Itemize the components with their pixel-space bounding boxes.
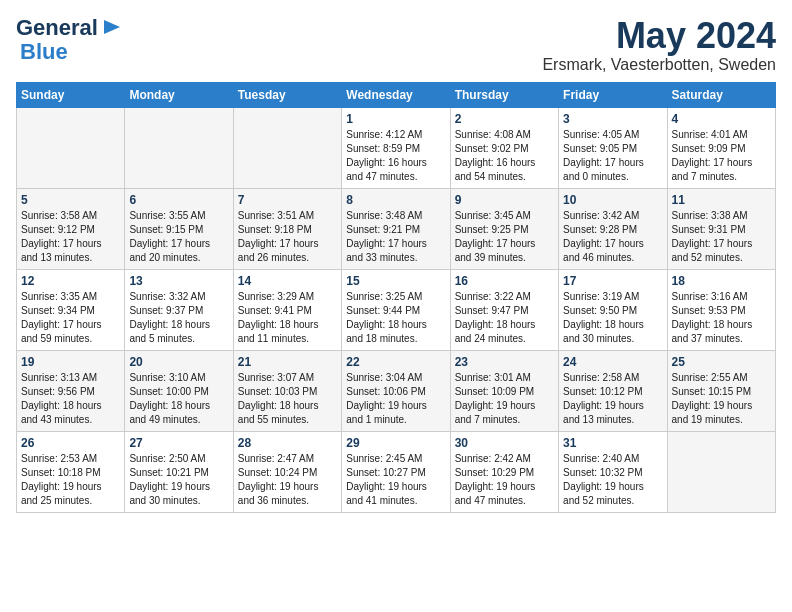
calendar-cell: 24Sunrise: 2:58 AM Sunset: 10:12 PM Dayl… <box>559 350 667 431</box>
calendar-table: SundayMondayTuesdayWednesdayThursdayFrid… <box>16 82 776 513</box>
day-info: Sunrise: 2:47 AM Sunset: 10:24 PM Daylig… <box>238 452 337 508</box>
day-info: Sunrise: 3:13 AM Sunset: 9:56 PM Dayligh… <box>21 371 120 427</box>
day-number: 3 <box>563 112 662 126</box>
day-info: Sunrise: 2:55 AM Sunset: 10:15 PM Daylig… <box>672 371 771 427</box>
calendar-cell: 28Sunrise: 2:47 AM Sunset: 10:24 PM Dayl… <box>233 431 341 512</box>
day-number: 9 <box>455 193 554 207</box>
day-info: Sunrise: 3:38 AM Sunset: 9:31 PM Dayligh… <box>672 209 771 265</box>
page-header: General Blue May 2024 Ersmark, Vaesterbo… <box>16 16 776 74</box>
calendar-cell: 10Sunrise: 3:42 AM Sunset: 9:28 PM Dayli… <box>559 188 667 269</box>
day-info: Sunrise: 3:45 AM Sunset: 9:25 PM Dayligh… <box>455 209 554 265</box>
day-number: 6 <box>129 193 228 207</box>
day-number: 17 <box>563 274 662 288</box>
day-number: 11 <box>672 193 771 207</box>
day-info: Sunrise: 3:29 AM Sunset: 9:41 PM Dayligh… <box>238 290 337 346</box>
day-number: 24 <box>563 355 662 369</box>
svg-marker-0 <box>104 20 120 34</box>
weekday-header: Friday <box>559 82 667 107</box>
weekday-header: Sunday <box>17 82 125 107</box>
calendar-cell: 9Sunrise: 3:45 AM Sunset: 9:25 PM Daylig… <box>450 188 558 269</box>
day-number: 18 <box>672 274 771 288</box>
day-info: Sunrise: 2:50 AM Sunset: 10:21 PM Daylig… <box>129 452 228 508</box>
calendar-cell: 11Sunrise: 3:38 AM Sunset: 9:31 PM Dayli… <box>667 188 775 269</box>
page-subtitle: Ersmark, Vaesterbotten, Sweden <box>542 56 776 74</box>
calendar-cell: 21Sunrise: 3:07 AM Sunset: 10:03 PM Dayl… <box>233 350 341 431</box>
day-number: 22 <box>346 355 445 369</box>
day-info: Sunrise: 3:32 AM Sunset: 9:37 PM Dayligh… <box>129 290 228 346</box>
day-info: Sunrise: 3:22 AM Sunset: 9:47 PM Dayligh… <box>455 290 554 346</box>
day-number: 1 <box>346 112 445 126</box>
day-number: 5 <box>21 193 120 207</box>
day-number: 2 <box>455 112 554 126</box>
calendar-cell: 19Sunrise: 3:13 AM Sunset: 9:56 PM Dayli… <box>17 350 125 431</box>
day-number: 25 <box>672 355 771 369</box>
day-number: 14 <box>238 274 337 288</box>
logo-icon <box>100 16 122 38</box>
day-number: 27 <box>129 436 228 450</box>
calendar-cell: 31Sunrise: 2:40 AM Sunset: 10:32 PM Dayl… <box>559 431 667 512</box>
day-number: 31 <box>563 436 662 450</box>
calendar-cell: 7Sunrise: 3:51 AM Sunset: 9:18 PM Daylig… <box>233 188 341 269</box>
calendar-week-row: 26Sunrise: 2:53 AM Sunset: 10:18 PM Dayl… <box>17 431 776 512</box>
day-info: Sunrise: 2:45 AM Sunset: 10:27 PM Daylig… <box>346 452 445 508</box>
day-info: Sunrise: 3:07 AM Sunset: 10:03 PM Daylig… <box>238 371 337 427</box>
day-info: Sunrise: 3:58 AM Sunset: 9:12 PM Dayligh… <box>21 209 120 265</box>
weekday-header: Saturday <box>667 82 775 107</box>
day-number: 15 <box>346 274 445 288</box>
calendar-cell: 30Sunrise: 2:42 AM Sunset: 10:29 PM Dayl… <box>450 431 558 512</box>
weekday-header-row: SundayMondayTuesdayWednesdayThursdayFrid… <box>17 82 776 107</box>
calendar-week-row: 5Sunrise: 3:58 AM Sunset: 9:12 PM Daylig… <box>17 188 776 269</box>
calendar-cell: 15Sunrise: 3:25 AM Sunset: 9:44 PM Dayli… <box>342 269 450 350</box>
calendar-cell: 29Sunrise: 2:45 AM Sunset: 10:27 PM Dayl… <box>342 431 450 512</box>
calendar-cell: 27Sunrise: 2:50 AM Sunset: 10:21 PM Dayl… <box>125 431 233 512</box>
calendar-cell <box>233 107 341 188</box>
day-number: 8 <box>346 193 445 207</box>
calendar-cell: 3Sunrise: 4:05 AM Sunset: 9:05 PM Daylig… <box>559 107 667 188</box>
calendar-cell: 23Sunrise: 3:01 AM Sunset: 10:09 PM Dayl… <box>450 350 558 431</box>
day-number: 10 <box>563 193 662 207</box>
day-info: Sunrise: 3:35 AM Sunset: 9:34 PM Dayligh… <box>21 290 120 346</box>
weekday-header: Wednesday <box>342 82 450 107</box>
calendar-cell: 25Sunrise: 2:55 AM Sunset: 10:15 PM Dayl… <box>667 350 775 431</box>
calendar-cell <box>17 107 125 188</box>
day-info: Sunrise: 3:10 AM Sunset: 10:00 PM Daylig… <box>129 371 228 427</box>
calendar-cell <box>125 107 233 188</box>
calendar-cell: 6Sunrise: 3:55 AM Sunset: 9:15 PM Daylig… <box>125 188 233 269</box>
day-number: 28 <box>238 436 337 450</box>
calendar-cell: 8Sunrise: 3:48 AM Sunset: 9:21 PM Daylig… <box>342 188 450 269</box>
page-title: May 2024 <box>542 16 776 56</box>
logo-text: General <box>16 16 98 40</box>
day-info: Sunrise: 3:04 AM Sunset: 10:06 PM Daylig… <box>346 371 445 427</box>
day-number: 26 <box>21 436 120 450</box>
day-number: 21 <box>238 355 337 369</box>
day-number: 30 <box>455 436 554 450</box>
day-number: 19 <box>21 355 120 369</box>
day-info: Sunrise: 3:42 AM Sunset: 9:28 PM Dayligh… <box>563 209 662 265</box>
day-info: Sunrise: 4:01 AM Sunset: 9:09 PM Dayligh… <box>672 128 771 184</box>
day-info: Sunrise: 2:42 AM Sunset: 10:29 PM Daylig… <box>455 452 554 508</box>
day-info: Sunrise: 3:01 AM Sunset: 10:09 PM Daylig… <box>455 371 554 427</box>
day-info: Sunrise: 3:19 AM Sunset: 9:50 PM Dayligh… <box>563 290 662 346</box>
day-info: Sunrise: 4:12 AM Sunset: 8:59 PM Dayligh… <box>346 128 445 184</box>
day-info: Sunrise: 2:58 AM Sunset: 10:12 PM Daylig… <box>563 371 662 427</box>
calendar-week-row: 1Sunrise: 4:12 AM Sunset: 8:59 PM Daylig… <box>17 107 776 188</box>
day-info: Sunrise: 4:08 AM Sunset: 9:02 PM Dayligh… <box>455 128 554 184</box>
day-info: Sunrise: 2:53 AM Sunset: 10:18 PM Daylig… <box>21 452 120 508</box>
weekday-header: Thursday <box>450 82 558 107</box>
day-number: 13 <box>129 274 228 288</box>
calendar-cell: 26Sunrise: 2:53 AM Sunset: 10:18 PM Dayl… <box>17 431 125 512</box>
calendar-cell: 16Sunrise: 3:22 AM Sunset: 9:47 PM Dayli… <box>450 269 558 350</box>
day-number: 20 <box>129 355 228 369</box>
calendar-week-row: 12Sunrise: 3:35 AM Sunset: 9:34 PM Dayli… <box>17 269 776 350</box>
weekday-header: Monday <box>125 82 233 107</box>
calendar-cell: 22Sunrise: 3:04 AM Sunset: 10:06 PM Dayl… <box>342 350 450 431</box>
calendar-cell: 4Sunrise: 4:01 AM Sunset: 9:09 PM Daylig… <box>667 107 775 188</box>
weekday-header: Tuesday <box>233 82 341 107</box>
day-number: 4 <box>672 112 771 126</box>
calendar-cell: 1Sunrise: 4:12 AM Sunset: 8:59 PM Daylig… <box>342 107 450 188</box>
day-number: 12 <box>21 274 120 288</box>
day-number: 7 <box>238 193 337 207</box>
day-number: 16 <box>455 274 554 288</box>
day-info: Sunrise: 3:16 AM Sunset: 9:53 PM Dayligh… <box>672 290 771 346</box>
calendar-cell <box>667 431 775 512</box>
